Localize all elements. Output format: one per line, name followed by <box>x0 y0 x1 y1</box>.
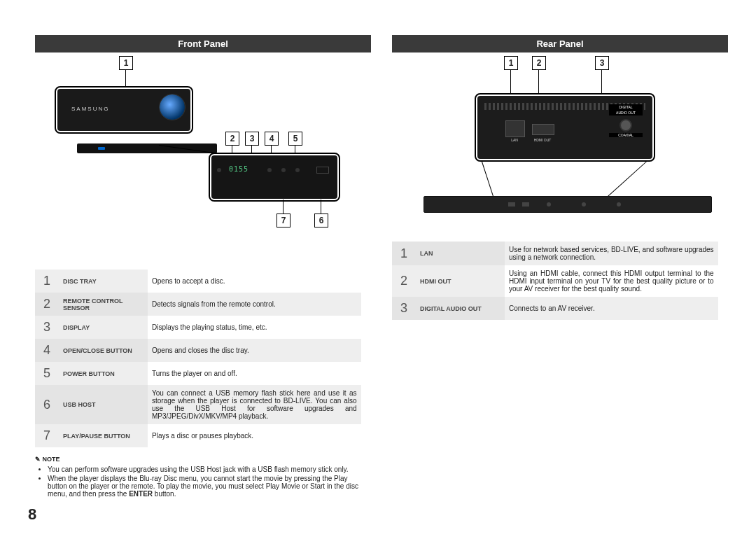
row-label: USB HOST <box>59 385 148 424</box>
callout-front-7: 7 <box>276 214 290 227</box>
audio-label-1: DIGITAL <box>609 104 643 110</box>
note-item: When the player displays the Blu-ray Dis… <box>48 475 371 498</box>
row-desc: Opens and closes the disc tray. <box>148 339 361 362</box>
front-table-body: 1DISC TRAYOpens to accept a disc.2REMOTE… <box>35 270 361 447</box>
row-desc: Opens to accept a disc. <box>148 270 361 293</box>
table-row: 6USB HOSTYou can connect a USB memory fl… <box>35 385 361 424</box>
mini-port-icon <box>508 202 515 206</box>
table-row: 3DIGITAL AUDIO OUTConnects to an AV rece… <box>392 297 718 320</box>
coaxial-port-icon <box>620 119 632 132</box>
row-label: DIGITAL AUDIO OUT <box>416 297 505 320</box>
row-number: 1 <box>35 270 59 293</box>
row-number: 7 <box>35 424 59 447</box>
table-row: 3DISPLAYDisplays the playing status, tim… <box>35 316 361 339</box>
callout-rear-2: 2 <box>532 56 546 70</box>
power-btn-icon <box>295 168 300 172</box>
device-slim-view <box>77 144 217 153</box>
row-number: 5 <box>35 362 59 385</box>
lan-port-label: LAN <box>505 138 524 142</box>
note-item: You can perform software upgrades using … <box>48 465 371 473</box>
row-label: OPEN/CLOSE BUTTON <box>59 339 148 362</box>
callout-front-6: 6 <box>314 214 328 227</box>
display-readout: 0155 <box>229 165 248 173</box>
row-desc: Turns the player on and off. <box>148 362 361 385</box>
lan-port-icon <box>505 120 525 137</box>
sensor-dot-icon <box>217 168 221 172</box>
callout-front-5: 5 <box>288 132 302 146</box>
left-column: Front Panel 1 SAMSUNG 2 3 4 5 0155 <box>35 35 371 525</box>
row-label: HDMI OUT <box>416 265 505 297</box>
row-desc: Connects to an AV receiver. <box>505 297 718 320</box>
row-desc: Use for network based services, BD-LIVE,… <box>505 241 718 265</box>
callout-front-3: 3 <box>245 132 259 146</box>
device-top-view: SAMSUNG <box>56 88 192 132</box>
row-desc: Plays a disc or pauses playback. <box>148 424 361 447</box>
table-row: 2HDMI OUTUsing an HDMI cable, connect th… <box>392 265 718 297</box>
mini-screw-icon <box>582 202 586 206</box>
audio-label-2: AUDIO OUT <box>609 110 643 115</box>
note-block: NOTE You can perform software upgrades u… <box>35 456 371 499</box>
hdmi-port-label: HDMI OUT <box>528 138 557 142</box>
right-column: Rear Panel 1 2 3 LAN HDMI OUT DIGITAL AU… <box>392 35 728 525</box>
row-number: 6 <box>35 385 59 424</box>
row-number: 2 <box>392 265 416 297</box>
callout-front-1: 1 <box>119 56 133 70</box>
rear-table-body: 1LANUse for network based services, BD-L… <box>392 241 718 320</box>
row-desc: Displays the playing status, time, etc. <box>148 316 361 339</box>
leader-line <box>283 200 284 214</box>
rear-panel-header: Rear Panel <box>392 35 728 52</box>
row-number: 1 <box>392 241 416 265</box>
table-row: 1LANUse for network based services, BD-L… <box>392 241 718 265</box>
table-row: 1DISC TRAYOpens to accept a disc. <box>35 270 361 293</box>
row-label: DISPLAY <box>59 316 148 339</box>
rear-panel-table: 1LANUse for network based services, BD-L… <box>392 241 718 320</box>
rear-zoom-view: LAN HDMI OUT DIGITAL AUDIO OUT COAXIAL <box>476 94 654 160</box>
row-label: PLAY/PAUSE BUTTON <box>59 424 148 447</box>
rear-slim-view <box>424 196 712 213</box>
row-label: DISC TRAY <box>59 270 148 293</box>
front-panel-table: 1DISC TRAYOpens to accept a disc.2REMOTE… <box>35 270 361 447</box>
row-desc: You can connect a USB memory flash stick… <box>148 385 361 424</box>
hdmi-port-icon <box>532 124 554 135</box>
callout-rear-3: 3 <box>595 56 609 70</box>
open-close-btn-icon <box>267 168 272 172</box>
callout-rear-1: 1 <box>504 56 518 70</box>
brand-label: SAMSUNG <box>71 106 109 112</box>
mini-screw-icon <box>617 202 621 206</box>
leader-line <box>125 70 126 88</box>
manual-page: Front Panel 1 SAMSUNG 2 3 4 5 0155 <box>0 0 756 539</box>
row-desc: Detects signals from the remote control. <box>148 293 361 316</box>
callout-front-4: 4 <box>265 132 279 146</box>
row-label: REMOTE CONTROL SENSOR <box>59 293 148 316</box>
mini-port-icon <box>547 202 551 206</box>
device-zoom-view: 0155 <box>210 154 339 200</box>
row-label: POWER BUTTON <box>59 362 148 385</box>
leader-line <box>321 200 321 214</box>
row-number: 3 <box>35 316 59 339</box>
leader-line <box>603 160 648 201</box>
row-desc: Using an HDMI cable, connect this HDMI o… <box>505 265 718 297</box>
row-number: 3 <box>392 297 416 320</box>
mini-port-icon <box>522 202 529 206</box>
play-pause-btn-icon <box>281 168 286 172</box>
note-list: You can perform software upgrades using … <box>48 465 371 498</box>
table-row: 7PLAY/PAUSE BUTTONPlays a disc or pauses… <box>35 424 361 447</box>
table-row: 4OPEN/CLOSE BUTTONOpens and closes the d… <box>35 339 361 362</box>
leader-line <box>482 160 495 200</box>
coax-label: COAXIAL <box>609 133 643 137</box>
bluray-logo-icon <box>160 94 185 120</box>
audio-group: DIGITAL AUDIO OUT COAXIAL <box>609 104 643 137</box>
rear-panel-diagram: 1 2 3 LAN HDMI OUT DIGITAL AUDIO OUT COA… <box>392 56 728 238</box>
leader-line <box>232 146 232 154</box>
note-title: NOTE <box>35 456 371 463</box>
front-panel-header: Front Panel <box>35 35 371 52</box>
callout-front-2: 2 <box>225 132 239 146</box>
front-panel-diagram: 1 SAMSUNG 2 3 4 5 0155 <box>35 56 371 266</box>
enter-keyword: ENTER <box>129 490 153 498</box>
page-number: 8 <box>28 505 36 524</box>
usb-port-icon <box>316 167 329 174</box>
row-label: LAN <box>416 241 505 265</box>
table-row: 5POWER BUTTONTurns the player on and off… <box>35 362 361 385</box>
row-number: 2 <box>35 293 59 316</box>
table-row: 2REMOTE CONTROL SENSORDetects signals fr… <box>35 293 361 316</box>
